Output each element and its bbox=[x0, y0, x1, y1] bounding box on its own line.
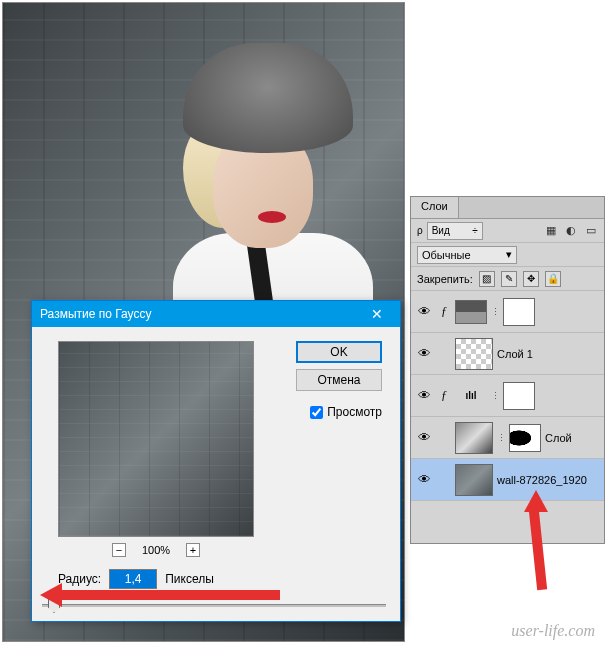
fx-icon: ƒ bbox=[437, 304, 451, 319]
layer-name[interactable]: Слой bbox=[545, 432, 572, 444]
layer-row[interactable]: 👁 Слой 1 bbox=[411, 333, 604, 375]
visibility-icon[interactable]: 👁 bbox=[415, 387, 433, 405]
radius-input[interactable] bbox=[109, 569, 157, 589]
layer-filter-row: ρ Вид ÷ ▦ ◐ ▭ bbox=[411, 219, 604, 243]
layer-name[interactable]: Слой 1 bbox=[497, 348, 533, 360]
panel-tabs: Слои bbox=[411, 197, 604, 219]
visibility-icon[interactable]: 👁 bbox=[415, 471, 433, 489]
layer-thumb bbox=[455, 422, 493, 454]
blend-row: Обычные ▾ bbox=[411, 243, 604, 267]
layer-mask[interactable] bbox=[509, 424, 541, 452]
chevron-down-icon: ▾ bbox=[506, 248, 512, 261]
lock-label: Закрепить: bbox=[417, 273, 473, 285]
layer-mask[interactable] bbox=[503, 382, 535, 410]
visibility-icon[interactable]: 👁 bbox=[415, 345, 433, 363]
filter-dropdown[interactable]: Вид ÷ bbox=[427, 222, 483, 240]
link-icon: ⋮ bbox=[491, 307, 499, 317]
layer-thumb bbox=[455, 464, 493, 496]
filter-label: Вид bbox=[432, 225, 450, 236]
layer-row[interactable]: 👁 wall-872826_1920 bbox=[411, 459, 604, 501]
filter-image-icon[interactable]: ▦ bbox=[544, 224, 558, 238]
levels-icon: ılıl bbox=[455, 386, 487, 406]
zoom-value: 100% bbox=[142, 544, 170, 556]
preview-image[interactable] bbox=[58, 341, 254, 537]
filter-adjust-icon[interactable]: ◐ bbox=[564, 224, 578, 238]
layer-row[interactable]: 👁 ƒ ılıl ⋮ bbox=[411, 375, 604, 417]
lock-position-icon[interactable]: ✥ bbox=[523, 271, 539, 287]
blend-mode-dropdown[interactable]: Обычные ▾ bbox=[417, 246, 517, 264]
lock-row: Закрепить: ▨ ✎ ✥ 🔒 bbox=[411, 267, 604, 291]
link-icon: ⋮ bbox=[491, 391, 499, 401]
dialog-title-text: Размытие по Гауссу bbox=[40, 307, 151, 321]
close-button[interactable]: ✕ bbox=[362, 306, 392, 322]
filter-kind-icon: ρ bbox=[417, 225, 423, 236]
lock-all-icon[interactable]: 🔒 bbox=[545, 271, 561, 287]
radius-slider-thumb[interactable] bbox=[48, 597, 60, 613]
preview-checkbox-row[interactable]: Просмотр bbox=[310, 405, 382, 419]
lock-pixels-icon[interactable]: ▨ bbox=[479, 271, 495, 287]
radius-label: Радиус: bbox=[58, 572, 101, 586]
fx-icon: ƒ bbox=[437, 388, 451, 403]
layer-mask[interactable] bbox=[503, 298, 535, 326]
blend-mode-value: Обычные bbox=[422, 249, 471, 261]
filter-mask-icon[interactable]: ▭ bbox=[584, 224, 598, 238]
layer-row[interactable]: 👁 ƒ ⋮ bbox=[411, 291, 604, 333]
visibility-icon[interactable]: 👁 bbox=[415, 429, 433, 447]
layer-thumb bbox=[455, 338, 493, 370]
gaussian-blur-dialog: Размытие по Гауссу ✕ − 100% + OK Отмена … bbox=[31, 300, 401, 622]
layer-row[interactable]: 👁 ⋮ Слой bbox=[411, 417, 604, 459]
preview-checkbox-label: Просмотр bbox=[327, 405, 382, 419]
zoom-in-button[interactable]: + bbox=[186, 543, 200, 557]
lock-brush-icon[interactable]: ✎ bbox=[501, 271, 517, 287]
group-thumb bbox=[455, 300, 487, 324]
layers-panel: Слои ρ Вид ÷ ▦ ◐ ▭ Обычные ▾ Закрепить: … bbox=[410, 196, 605, 544]
visibility-icon[interactable]: 👁 bbox=[415, 303, 433, 321]
watermark: user-life.com bbox=[511, 622, 595, 640]
ok-button[interactable]: OK bbox=[296, 341, 382, 363]
chevron-down-icon: ÷ bbox=[472, 225, 478, 236]
radius-unit: Пикселы bbox=[165, 572, 214, 586]
radius-slider-track[interactable] bbox=[42, 604, 386, 607]
link-icon: ⋮ bbox=[497, 433, 505, 443]
dialog-titlebar[interactable]: Размытие по Гауссу ✕ bbox=[32, 301, 400, 327]
layers-list: 👁 ƒ ⋮ 👁 Слой 1 👁 ƒ ılıl ⋮ 👁 ⋮ Слой bbox=[411, 291, 604, 501]
cancel-button[interactable]: Отмена bbox=[296, 369, 382, 391]
tab-layers[interactable]: Слои bbox=[411, 197, 459, 218]
layer-name[interactable]: wall-872826_1920 bbox=[497, 474, 587, 486]
preview-checkbox[interactable] bbox=[310, 406, 323, 419]
zoom-out-button[interactable]: − bbox=[112, 543, 126, 557]
